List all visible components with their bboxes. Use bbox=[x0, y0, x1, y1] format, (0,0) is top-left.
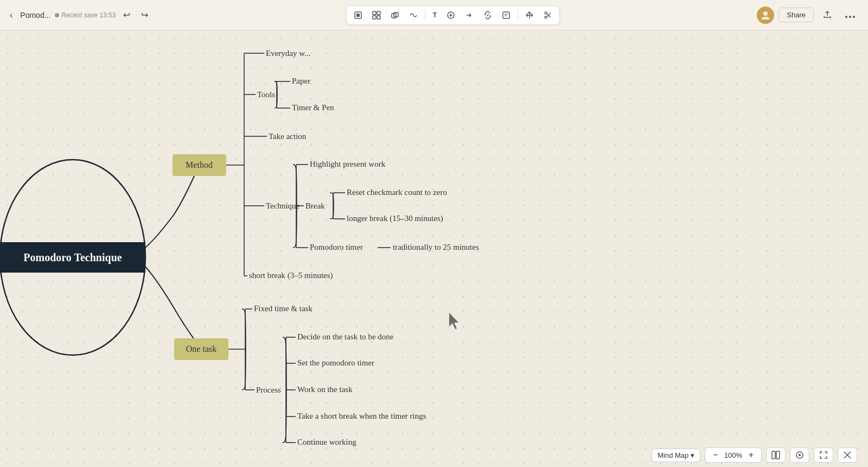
save-status: Recent save 13:53 bbox=[55, 11, 116, 19]
extra-view-button[interactable] bbox=[838, 447, 857, 463]
take-action-label: Take action bbox=[269, 132, 307, 141]
work-task-label: Work on the task bbox=[297, 385, 353, 394]
svg-rect-22 bbox=[772, 451, 775, 459]
share-button[interactable]: Share bbox=[778, 8, 814, 22]
link-view-button[interactable] bbox=[790, 447, 809, 463]
method-label: Method bbox=[186, 160, 213, 169]
canvas[interactable]: Pomodoro Technique Method Everyday w... … bbox=[0, 30, 868, 467]
tool-divider-1 bbox=[425, 10, 425, 21]
user-avatar bbox=[757, 7, 774, 24]
root-label: Pomodoro Technique bbox=[23, 251, 122, 264]
zoom-level-display: 100% bbox=[724, 451, 743, 459]
line-root-method bbox=[145, 165, 199, 248]
tools-label: Tools bbox=[257, 90, 275, 99]
short-break-label: short break (3–5 minutes) bbox=[249, 271, 333, 280]
process-label: Process bbox=[256, 386, 281, 394]
style-tool-btn[interactable] bbox=[405, 8, 422, 22]
svg-rect-4 bbox=[373, 16, 376, 19]
mindmap-svg: Pomodoro Technique Method Everyday w... … bbox=[0, 30, 868, 467]
group-tool-btn[interactable] bbox=[387, 8, 403, 22]
doc-title: Pomod... bbox=[20, 11, 50, 20]
set-timer-label: Set the pomodoro timer bbox=[297, 358, 374, 367]
frame-tool-btn[interactable] bbox=[368, 8, 385, 22]
reset-label: Reset checkmark count to zero bbox=[347, 188, 447, 197]
more-button[interactable] bbox=[841, 8, 859, 23]
select-tool-btn[interactable] bbox=[350, 8, 366, 22]
longer-break-label: longer break (15–30 minutes) bbox=[347, 214, 443, 223]
svg-point-15 bbox=[545, 16, 547, 18]
break-label: Break bbox=[305, 201, 325, 210]
traditionally-label: traditionally to 25 minutes bbox=[393, 243, 479, 251]
zoom-controls: − 100% + bbox=[705, 447, 762, 463]
svg-line-16 bbox=[547, 14, 551, 17]
tool-group: T bbox=[346, 5, 560, 25]
svg-rect-1 bbox=[356, 14, 360, 17]
svg-point-25 bbox=[799, 454, 801, 456]
svg-rect-11 bbox=[503, 12, 509, 18]
svg-point-19 bbox=[845, 16, 847, 18]
mode-label: Mind Map bbox=[658, 451, 688, 459]
svg-rect-2 bbox=[373, 11, 376, 15]
line-root-onetask bbox=[145, 267, 201, 349]
add-tool-btn[interactable] bbox=[443, 8, 459, 22]
save-status-text: Recent save 13:53 bbox=[61, 11, 116, 19]
svg-point-21 bbox=[853, 16, 855, 18]
svg-point-14 bbox=[545, 12, 547, 14]
link-tool-btn[interactable] bbox=[480, 8, 496, 22]
svg-point-18 bbox=[763, 11, 768, 16]
svg-line-17 bbox=[547, 13, 551, 17]
svg-rect-3 bbox=[377, 11, 380, 15]
text-tool-btn[interactable]: T bbox=[429, 8, 441, 22]
toolbar-left: ‹ Pomod... Recent save 13:53 ↩ ↪ bbox=[0, 7, 158, 23]
everyday-label: Everyday w... bbox=[266, 49, 310, 58]
save-dot bbox=[55, 13, 59, 17]
top-toolbar: ‹ Pomod... Recent save 13:53 ↩ ↪ bbox=[0, 0, 868, 30]
onetask-label: One task bbox=[186, 344, 216, 354]
mode-selector[interactable]: Mind Map ▾ bbox=[652, 449, 700, 462]
tool-divider-2 bbox=[518, 10, 518, 21]
short-break-timer-label: Take a short break when the timer rings bbox=[297, 412, 426, 420]
cursor bbox=[449, 313, 458, 329]
move-tool-btn[interactable] bbox=[521, 8, 538, 22]
pomodoro-timer-label: Pomodoro timer bbox=[310, 243, 363, 251]
fixed-time-label: Fixed time & task bbox=[254, 304, 312, 313]
zoom-minus-button[interactable]: − bbox=[711, 450, 720, 460]
fit-screen-button[interactable] bbox=[814, 447, 833, 463]
highlight-label: Highlight present work bbox=[310, 160, 386, 168]
paper-label: Paper bbox=[292, 77, 310, 85]
upload-button[interactable] bbox=[818, 7, 837, 24]
arrow-tool-btn[interactable] bbox=[461, 8, 477, 22]
technique-label: Technique bbox=[266, 201, 300, 210]
chevron-down-icon: ▾ bbox=[691, 451, 694, 459]
note-tool-btn[interactable] bbox=[498, 8, 514, 22]
svg-rect-23 bbox=[776, 451, 780, 459]
decide-label: Decide on the task to be done bbox=[297, 332, 394, 341]
svg-point-20 bbox=[849, 16, 851, 18]
toolbar-right: Share bbox=[748, 7, 868, 24]
bottom-toolbar: Mind Map ▾ − 100% + bbox=[0, 443, 868, 467]
back-button[interactable]: ‹ bbox=[7, 7, 16, 23]
svg-rect-5 bbox=[377, 16, 380, 19]
timer-pen-label: Timer & Pen bbox=[292, 103, 334, 112]
redo-button[interactable]: ↪ bbox=[138, 7, 151, 23]
toolbar-center: T bbox=[158, 5, 748, 25]
layout-toggle-button[interactable] bbox=[766, 447, 786, 463]
scissors-tool-btn[interactable] bbox=[540, 8, 556, 22]
undo-button[interactable]: ↩ bbox=[120, 7, 133, 23]
zoom-plus-button[interactable]: + bbox=[746, 450, 756, 460]
